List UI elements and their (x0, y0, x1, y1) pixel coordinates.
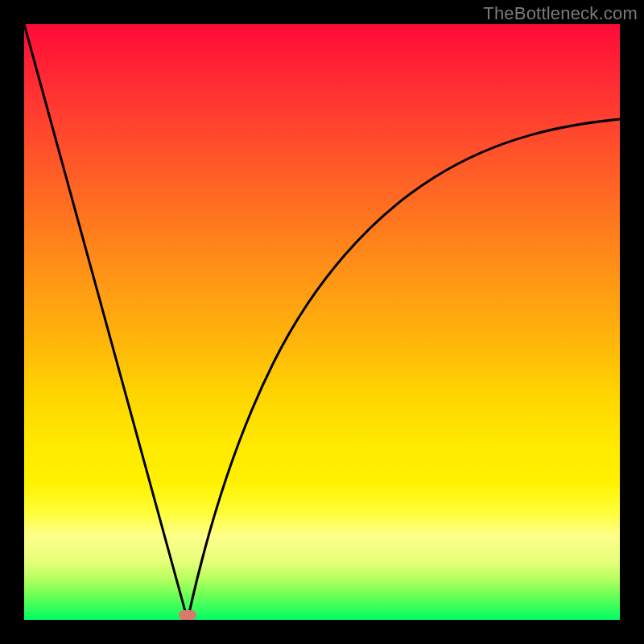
chart-frame: TheBottleneck.com (0, 0, 644, 644)
minimum-marker (179, 610, 196, 620)
curve-left-branch (24, 24, 188, 620)
bottleneck-curve (24, 24, 620, 620)
plot-area (24, 24, 620, 620)
curve-right-branch (188, 119, 620, 620)
watermark-text: TheBottleneck.com (483, 3, 638, 24)
